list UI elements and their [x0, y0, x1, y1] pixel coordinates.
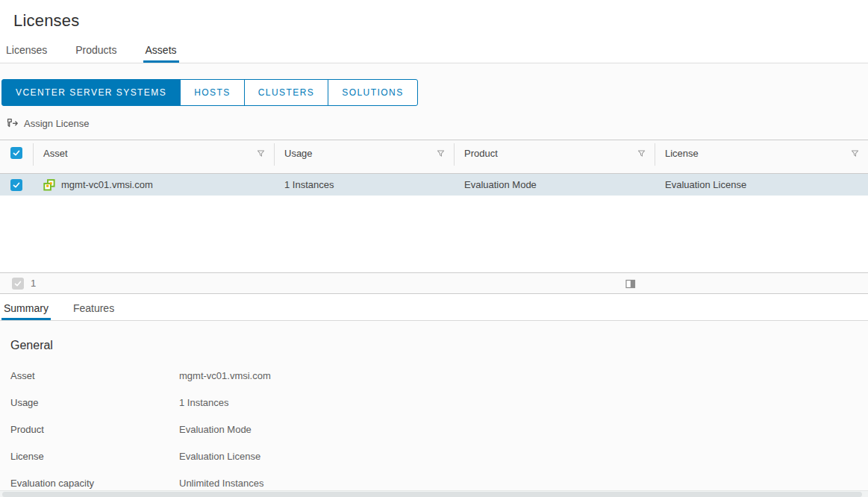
table-row[interactable]: mgmt-vc01.vmsi.com 1 Instances Evaluatio… [0, 174, 868, 196]
field-asset-value: mgmt-vc01.vmsi.com [179, 370, 271, 381]
selected-indicator-checkbox [12, 278, 24, 290]
assign-license-label: Assign License [24, 118, 89, 129]
page-title: Licenses [0, 0, 868, 31]
field-product-label: Product [10, 424, 179, 435]
column-header-product[interactable]: Product [454, 140, 655, 173]
row-asset-cell: mgmt-vc01.vmsi.com [33, 179, 274, 191]
summary-panel: General Asset mgmt-vc01.vmsi.com Usage 1… [0, 321, 868, 496]
selected-count: 1 [31, 278, 36, 289]
column-header-usage-label: Usage [284, 148, 313, 159]
horizontal-scrollbar [0, 490, 868, 497]
column-header-product-label: Product [464, 148, 498, 159]
grid-footer: 1 [0, 272, 868, 294]
checkmark-icon [13, 279, 22, 288]
tab-assets[interactable]: Assets [143, 41, 179, 63]
clusters-button[interactable]: CLUSTERS [244, 79, 329, 106]
column-header-usage[interactable]: Usage [274, 140, 454, 173]
asset-type-button-group: VCENTER SERVER SYSTEMS HOSTS CLUSTERS SO… [1, 79, 418, 106]
filter-funnel-icon[interactable] [637, 149, 646, 157]
column-toggle-icon[interactable] [625, 279, 636, 289]
grid-empty-area [0, 196, 868, 272]
row-product-cell: Evaluation Mode [454, 179, 655, 190]
field-evaluation-capacity-label: Evaluation capacity [10, 478, 179, 489]
column-header-asset-label: Asset [43, 148, 68, 159]
row-usage-cell: 1 Instances [274, 179, 454, 190]
grid-header-row: Asset Usage Product [0, 140, 868, 174]
field-asset: Asset mgmt-vc01.vmsi.com [10, 362, 868, 389]
assets-datagrid: Asset Usage Product [0, 140, 868, 294]
tab-features[interactable]: Features [71, 298, 116, 320]
field-license: License Evaluation License [10, 443, 868, 469]
filter-funnel-icon[interactable] [851, 149, 859, 157]
column-header-license[interactable]: License [655, 140, 868, 173]
horizontal-scrollbar-thumb[interactable] [2, 492, 862, 497]
column-header-asset[interactable]: Asset [33, 140, 274, 173]
field-product-value: Evaluation Mode [179, 424, 252, 435]
filter-funnel-icon[interactable] [257, 149, 265, 157]
field-usage-label: Usage [10, 397, 179, 408]
grid-header-checkbox-cell [0, 140, 33, 173]
key-arrow-icon [6, 117, 19, 129]
field-usage: Usage 1 Instances [10, 389, 868, 416]
general-section-title: General [10, 339, 868, 352]
row-checkbox-cell [0, 179, 33, 191]
row-checkbox[interactable] [10, 179, 22, 191]
field-asset-label: Asset [10, 370, 179, 381]
hosts-button[interactable]: HOSTS [180, 79, 245, 106]
assign-license-action[interactable]: Assign License [6, 116, 868, 130]
page-header: Licenses Licenses Products Assets [0, 0, 868, 63]
field-license-label: License [10, 451, 179, 462]
row-asset-name: mgmt-vc01.vmsi.com [61, 179, 153, 190]
filter-funnel-icon[interactable] [437, 149, 445, 157]
field-license-value: Evaluation License [179, 451, 260, 462]
column-header-license-label: License [665, 148, 699, 159]
primary-tab-bar: Licenses Products Assets [0, 31, 868, 63]
row-license-cell: Evaluation License [655, 179, 868, 190]
vcenter-server-icon [43, 179, 55, 191]
vcenter-server-systems-button[interactable]: VCENTER SERVER SYSTEMS [1, 79, 181, 106]
checkmark-icon [12, 181, 21, 190]
solutions-button[interactable]: SOLUTIONS [328, 79, 417, 106]
field-usage-value: 1 Instances [179, 397, 229, 408]
tab-summary[interactable]: Summary [1, 298, 51, 320]
assets-content: VCENTER SERVER SYSTEMS HOSTS CLUSTERS SO… [0, 63, 868, 496]
checkmark-icon [12, 149, 21, 157]
tab-licenses[interactable]: Licenses [4, 41, 49, 63]
selected-count-indicator: 1 [12, 278, 36, 290]
detail-tab-bar: Summary Features [0, 294, 868, 321]
field-evaluation-capacity-value: Unlimited Instances [179, 478, 263, 489]
field-product: Product Evaluation Mode [10, 416, 868, 443]
licenses-page: Licenses Licenses Products Assets VCENTE… [0, 0, 868, 497]
tab-products[interactable]: Products [73, 41, 119, 63]
select-all-checkbox[interactable] [10, 147, 22, 159]
